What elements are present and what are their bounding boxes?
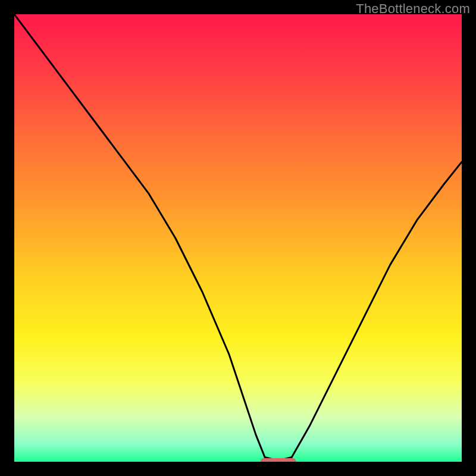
chart-frame: TheBottleneck.com: [0, 0, 476, 476]
gradient-background: [14, 14, 462, 462]
bottleneck-marker: [261, 458, 296, 462]
watermark-text: TheBottleneck.com: [356, 1, 470, 17]
plot-area: [14, 14, 462, 462]
bottleneck-chart: [14, 14, 462, 462]
